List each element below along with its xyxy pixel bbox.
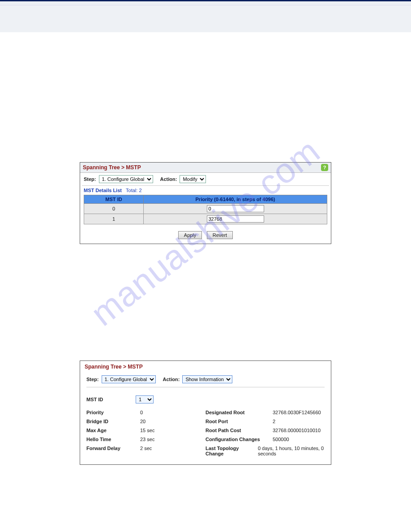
fwd-label: Forward Delay	[86, 446, 140, 451]
mst-details-table: MST ID Priority (0-61440, in steps of 40…	[84, 195, 327, 224]
panel-header: Spanning Tree > MSTP	[80, 361, 331, 371]
step-select[interactable]: 1. Configure Global	[102, 375, 156, 383]
hello-label: Hello Time	[86, 437, 140, 442]
rootport-value: 2	[273, 419, 275, 424]
step-select[interactable]: 1. Configure Global	[99, 175, 153, 183]
bridgeid-label: Bridge ID	[86, 419, 140, 424]
action-select[interactable]: Modify	[180, 175, 206, 183]
cfg-label: Configuration Changes	[206, 437, 273, 442]
action-select[interactable]: Show Information	[182, 375, 232, 383]
bridgeid-value: 20	[140, 419, 146, 424]
priority-input[interactable]	[207, 215, 264, 223]
header-divider	[0, 0, 411, 5]
info-columns: Priority0 Bridge ID20 Max Age15 sec Hell…	[86, 408, 325, 458]
rootport-label: Root Port	[206, 419, 273, 424]
step-label: Step:	[84, 176, 96, 182]
apply-button[interactable]: Apply	[178, 231, 202, 239]
priority-value: 0	[140, 410, 143, 415]
step-action-row: Step: 1. Configure Global Action: Show I…	[86, 373, 325, 385]
desroot-value: 32768.0030F1245660	[273, 410, 321, 415]
mstid-label: MST ID	[86, 397, 131, 402]
action-label: Action:	[160, 176, 177, 182]
mstid-select[interactable]: 1	[136, 395, 154, 403]
col-mstid: MST ID	[84, 195, 144, 204]
button-bar: Apply Revert	[80, 228, 331, 244]
mstp-info-panel: Spanning Tree > MSTP Step: 1. Configure …	[80, 360, 331, 465]
panel-header: Spanning Tree > MSTP ?	[80, 163, 331, 173]
breadcrumb: Spanning Tree > MSTP	[85, 364, 143, 370]
revert-button[interactable]: Revert	[207, 231, 233, 239]
help-icon[interactable]: ?	[321, 164, 328, 171]
hello-value: 23 sec	[140, 437, 154, 442]
maxage-label: Max Age	[86, 428, 140, 433]
list-title: MST Details List Total: 2	[80, 186, 331, 195]
col-priority: Priority (0-61440, in steps of 4096)	[144, 195, 327, 204]
topo-value: 0 days, 1 hours, 10 minutes, 0 seconds	[258, 446, 325, 456]
priority-label: Priority	[86, 410, 140, 415]
total-label: Total:	[126, 188, 137, 193]
rootcost-label: Root Path Cost	[206, 428, 273, 433]
header-strip	[0, 5, 411, 32]
mstid-row: MST ID 1	[86, 392, 325, 408]
mstid-cell: 0	[84, 204, 144, 214]
mstp-modify-panel: Spanning Tree > MSTP ? Step: 1. Configur…	[80, 162, 331, 244]
total-value: 2	[139, 188, 141, 193]
step-action-row: Step: 1. Configure Global Action: Modify	[80, 173, 331, 185]
table-row: 0	[84, 204, 327, 214]
table-row: 1	[84, 214, 327, 224]
breadcrumb: Spanning Tree > MSTP	[83, 164, 141, 171]
step-label: Step:	[86, 377, 99, 382]
maxage-value: 15 sec	[140, 428, 154, 433]
priority-input[interactable]	[207, 205, 264, 212]
cfg-value: 500000	[273, 437, 289, 442]
mstid-cell: 1	[84, 214, 144, 224]
rootcost-value: 32768.000001010010	[273, 428, 321, 433]
list-title-text: MST Details List	[84, 188, 122, 193]
fwd-value: 2 sec	[140, 446, 152, 451]
topo-label: Last Topology Change	[206, 446, 258, 456]
action-label: Action:	[163, 377, 180, 382]
desroot-label: Designated Root	[206, 410, 273, 415]
